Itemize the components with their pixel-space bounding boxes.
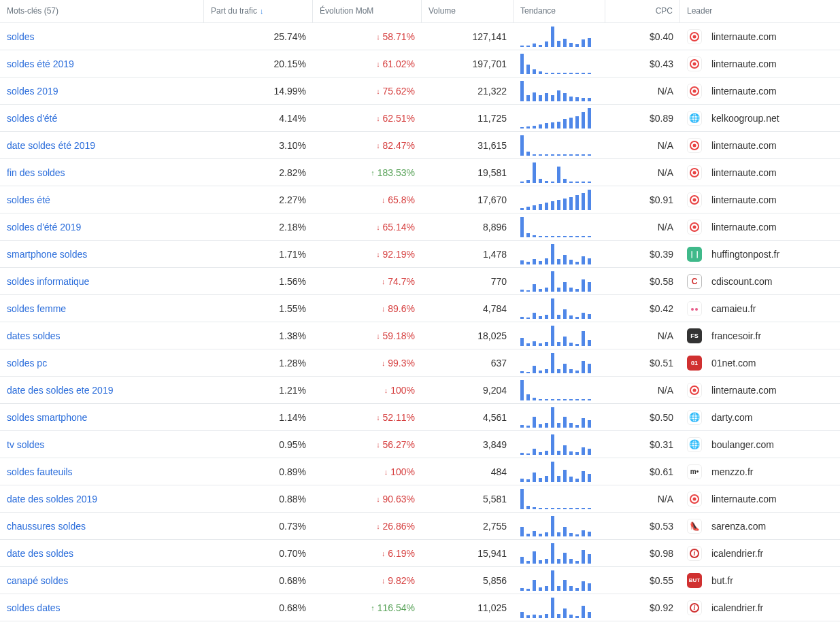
table-row: soldes d'été4.14%↓ 62.51%11,725$0.89🌐kel… — [0, 105, 840, 132]
keyword-link[interactable]: date des soldes ete 2019 — [0, 382, 204, 398]
arrow-down-icon: ↓ — [382, 305, 386, 313]
leader-domain: linternaute.com — [711, 385, 777, 396]
keyword-link[interactable]: smartphone soldes — [0, 246, 204, 262]
arrow-down-icon: ↓ — [382, 277, 386, 286]
col-traffic[interactable]: Part du trafic↓ — [204, 0, 313, 22]
leader-cell[interactable]: linternaute.com — [680, 489, 840, 509]
leader-cell[interactable]: 🌐darty.com — [680, 407, 840, 428]
keyword-link[interactable]: soldes — [0, 29, 204, 45]
traffic-share: 3.10% — [204, 137, 313, 154]
traffic-share: 1.55% — [204, 301, 313, 317]
leader-cell[interactable]: linternaute.com — [680, 81, 840, 101]
arrow-down-icon: ↓ — [376, 250, 380, 258]
leader-favicon — [687, 165, 702, 180]
volume: 2,755 — [422, 518, 514, 534]
leader-cell[interactable]: linternaute.com — [680, 54, 840, 74]
trend-sparkline — [514, 513, 605, 539]
keyword-link[interactable]: soldes été 2019 — [0, 56, 204, 72]
leader-favicon — [687, 56, 702, 71]
traffic-share: 1.38% — [204, 328, 313, 344]
keyword-link[interactable]: fin des soldes — [0, 165, 204, 181]
keyword-link[interactable]: soldes été — [0, 192, 204, 208]
keyword-link[interactable]: soldes informatique — [0, 273, 204, 290]
cpc: $0.39 — [605, 246, 680, 262]
trend-sparkline — [514, 540, 605, 566]
col-leader[interactable]: Leader — [680, 0, 840, 22]
trend-sparkline — [514, 187, 605, 213]
table-row: soldes dates0.68%↑ 116.54%11,025$0.92iic… — [0, 594, 840, 621]
mom-change: ↓ 56.27% — [313, 436, 422, 453]
keyword-link[interactable]: soldes pc — [0, 355, 204, 371]
trend-sparkline — [514, 405, 605, 430]
leader-cell[interactable]: m•menzzo.fr — [680, 462, 840, 482]
volume: 197,701 — [422, 56, 514, 72]
leader-cell[interactable]: 0101net.com — [680, 353, 840, 373]
cpc: N/A — [605, 165, 680, 181]
trend-sparkline — [514, 160, 605, 186]
leader-cell[interactable]: BUTbut.fr — [680, 570, 840, 591]
arrow-down-icon: ↓ — [382, 577, 386, 585]
keyword-link[interactable]: tv soldes — [0, 436, 204, 453]
keyword-link[interactable]: soldes femme — [0, 301, 204, 317]
leader-cell[interactable]: iicalendrier.fr — [680, 543, 840, 564]
mom-change: ↓ 58.71% — [313, 29, 422, 45]
leader-cell[interactable]: 👠sarenza.com — [680, 516, 840, 536]
keyword-link[interactable]: canapé soldes — [0, 572, 204, 589]
leader-cell[interactable]: Ccdiscount.com — [680, 271, 840, 292]
leader-favicon: i — [687, 600, 702, 615]
keyword-link[interactable]: chaussures soldes — [0, 518, 204, 534]
keyword-link[interactable]: date des soldes 2019 — [0, 491, 204, 507]
mom-change: ↓ 26.86% — [313, 518, 422, 534]
keyword-link[interactable]: date soldes été 2019 — [0, 137, 204, 154]
table-row: date des soldes ete 20191.21%↓ 100%9,204… — [0, 377, 840, 404]
sort-desc-icon: ↓ — [260, 7, 264, 15]
traffic-share: 0.95% — [204, 436, 313, 453]
cpc: N/A — [605, 137, 680, 154]
leader-domain: linternaute.com — [711, 140, 777, 151]
col-mom[interactable]: Évolution MoM — [313, 0, 422, 22]
keyword-link[interactable]: soldes 2019 — [0, 83, 204, 99]
arrow-down-icon: ↓ — [376, 413, 380, 422]
leader-cell[interactable]: 🌐boulanger.com — [680, 434, 840, 455]
leader-favicon: C — [687, 274, 702, 289]
table-row: soldes pc1.28%↓ 99.3%637$0.510101net.com — [0, 349, 840, 377]
keyword-link[interactable]: soldes d'été 2019 — [0, 219, 204, 235]
col-trend[interactable]: Tendance — [514, 0, 605, 22]
keyword-link[interactable]: dates soldes — [0, 328, 204, 344]
volume: 1,478 — [422, 246, 514, 262]
keyword-link[interactable]: soldes fauteuils — [0, 464, 204, 480]
volume: 15,941 — [422, 545, 514, 562]
keyword-link[interactable]: date des soldes — [0, 545, 204, 562]
keyword-link[interactable]: soldes smartphone — [0, 409, 204, 426]
leader-cell[interactable]: linternaute.com — [680, 27, 840, 47]
leader-cell[interactable]: linternaute.com — [680, 380, 840, 400]
volume: 4,561 — [422, 409, 514, 426]
table-row: soldes femme1.55%↓ 89.6%4,784$0.42camaie… — [0, 295, 840, 322]
leader-domain: sarenza.com — [711, 521, 766, 532]
arrow-up-icon: ↑ — [371, 604, 375, 612]
leader-cell[interactable]: linternaute.com — [680, 190, 840, 210]
leader-cell[interactable]: ❘❘huffingtonpost.fr — [680, 244, 840, 264]
leader-cell[interactable]: FSfrancesoir.fr — [680, 326, 840, 346]
traffic-share: 14.99% — [204, 83, 313, 99]
traffic-share: 25.74% — [204, 29, 313, 45]
leader-cell[interactable]: camaieu.fr — [680, 298, 840, 319]
volume: 3,849 — [422, 436, 514, 453]
col-keywords[interactable]: Mots-clés (57) — [0, 0, 204, 22]
leader-favicon — [687, 192, 702, 207]
keyword-link[interactable]: soldes d'été — [0, 110, 204, 126]
table-row: date soldes été 20193.10%↓ 82.47%31,615N… — [0, 132, 840, 159]
leader-cell[interactable]: linternaute.com — [680, 217, 840, 237]
leader-cell[interactable]: iicalendrier.fr — [680, 598, 840, 618]
trend-sparkline — [514, 459, 605, 485]
leader-cell[interactable]: linternaute.com — [680, 135, 840, 156]
leader-domain: kelkoogroup.net — [711, 113, 779, 124]
leader-domain: boulanger.com — [711, 439, 774, 450]
leader-cell[interactable]: linternaute.com — [680, 162, 840, 183]
col-cpc[interactable]: CPC — [605, 0, 680, 22]
leader-cell[interactable]: 🌐kelkoogroup.net — [680, 108, 840, 128]
keyword-link[interactable]: soldes dates — [0, 600, 204, 616]
traffic-share: 1.56% — [204, 273, 313, 290]
leader-domain: menzzo.fr — [711, 466, 753, 477]
col-volume[interactable]: Volume — [422, 0, 514, 22]
